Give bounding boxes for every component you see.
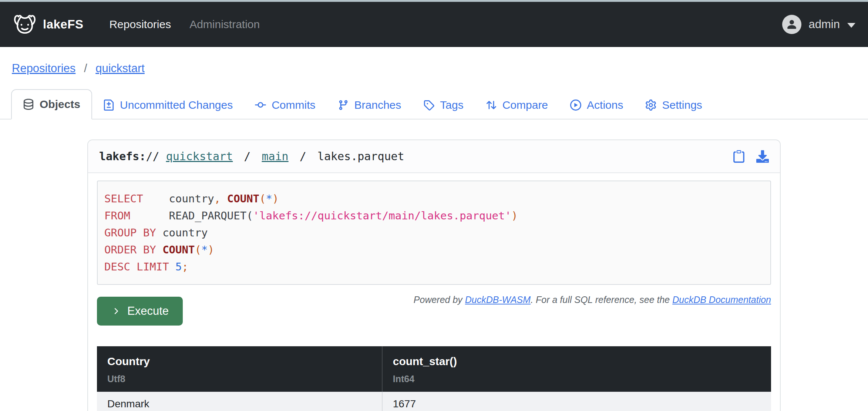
tab-label: Actions <box>587 99 623 111</box>
sql-token <box>130 209 169 222</box>
tab-label: Objects <box>40 98 80 111</box>
sql-token: GROUP BY <box>104 226 156 239</box>
breadcrumb-repositories[interactable]: Repositories <box>12 62 75 75</box>
tab-commits[interactable]: Commits <box>244 91 326 119</box>
execute-button[interactable]: Execute <box>97 297 183 326</box>
sql-token: ) <box>208 243 214 256</box>
column-name: Country <box>107 355 371 368</box>
column-name: count_star() <box>393 355 761 368</box>
user-menu[interactable]: admin <box>782 15 855 34</box>
duckdb-wasm-link[interactable]: DuckDB-WASM <box>465 294 531 305</box>
sql-token: ORDER BY <box>104 243 156 256</box>
table-cell: Denmark <box>97 392 382 411</box>
execute-row: Execute Powered by DuckDB-WASM. For a fu… <box>97 291 771 326</box>
tab-compare[interactable]: Compare <box>475 91 559 119</box>
tab-objects[interactable]: Objects <box>11 89 92 119</box>
sql-token <box>156 226 162 239</box>
git-commit-icon <box>255 100 266 111</box>
tab-label: Branches <box>354 99 401 111</box>
results-body: Denmark1677 <box>97 392 771 411</box>
sql-line: FROM READ_PARQUET('lakefs://quickstart/m… <box>104 207 764 224</box>
navbar-link-administration[interactable]: Administration <box>189 18 260 31</box>
tag-icon <box>423 100 434 111</box>
sql-token: COUNT <box>162 243 195 256</box>
query-results-table: CountryUtf8count_star()Int64 Denmark1677 <box>97 346 771 411</box>
sql-token <box>143 192 169 205</box>
object-path: lakefs:// quickstart / main / lakes.parq… <box>99 150 404 163</box>
copy-path-button[interactable] <box>733 150 745 163</box>
object-path-header: lakefs:// quickstart / main / lakes.parq… <box>88 140 780 173</box>
sql-token: SELECT <box>104 192 143 205</box>
tab-label: Compare <box>502 99 548 111</box>
file-diff-icon <box>103 100 114 111</box>
sql-token: FROM <box>104 209 130 222</box>
path-filename: lakes.parquet <box>317 150 404 163</box>
duckdb-docs-link[interactable]: DuckDB Documentation <box>672 294 771 305</box>
sql-line: SELECT country, COUNT(*) <box>104 190 764 207</box>
tab-label: Tags <box>440 99 463 111</box>
sql-token: ( <box>195 243 201 256</box>
sql-token <box>221 192 227 205</box>
breadcrumb-separator: / <box>84 62 87 75</box>
path-repo-link[interactable]: quickstart <box>166 150 233 163</box>
tab-label: Settings <box>662 99 702 111</box>
chevron-down-icon <box>847 23 855 28</box>
tab-label: Uncommitted Changes <box>120 99 233 111</box>
powered-by-prefix: Powered by <box>414 294 465 305</box>
navbar-link-repositories[interactable]: Repositories <box>109 18 171 31</box>
powered-by-note: Powered by DuckDB-WASM. For a full SQL r… <box>414 291 771 305</box>
path-scheme: lakefs: <box>99 150 146 163</box>
column-header-count-star: count_star()Int64 <box>382 346 771 392</box>
sql-token: * <box>266 192 272 205</box>
results-header-row: CountryUtf8count_star()Int64 <box>97 346 771 392</box>
breadcrumb: Repositories / quickstart <box>0 47 868 75</box>
results-header: CountryUtf8count_star()Int64 <box>97 346 771 392</box>
powered-by-middle: . For a full SQL reference, see the <box>531 294 672 305</box>
tab-branches[interactable]: Branches <box>327 91 413 119</box>
sql-token: , <box>214 192 221 205</box>
path-separator: / <box>244 150 250 163</box>
sql-token: country <box>169 192 214 205</box>
download-button[interactable] <box>756 150 769 163</box>
object-viewer-card: lakefs:// quickstart / main / lakes.parq… <box>87 139 781 411</box>
table-row: Denmark1677 <box>97 392 771 411</box>
path-branch-link[interactable]: main <box>262 150 288 163</box>
lakefs-logo-icon <box>13 14 37 35</box>
path-separator: / <box>300 150 306 163</box>
breadcrumb-quickstart[interactable]: quickstart <box>95 62 145 75</box>
play-circle-icon <box>570 100 581 111</box>
tab-settings[interactable]: Settings <box>634 91 713 119</box>
compare-icon <box>486 100 497 111</box>
navbar-links: Repositories Administration <box>109 18 260 31</box>
sql-token: READ_PARQUET <box>169 209 247 222</box>
user-name: admin <box>809 18 840 31</box>
sql-token: ) <box>272 192 279 205</box>
path-scheme-slashes: // <box>146 150 159 163</box>
top-navbar: lakeFS Repositories Administration admin <box>0 2 868 47</box>
person-icon <box>786 18 798 30</box>
tab-tags[interactable]: Tags <box>412 91 474 119</box>
brand-title[interactable]: lakeFS <box>43 17 83 31</box>
tab-label: Commits <box>272 99 315 111</box>
sql-token <box>169 260 175 273</box>
tab-actions[interactable]: Actions <box>559 91 634 119</box>
chevron-right-icon <box>111 306 121 316</box>
sql-line: DESC LIMIT 5; <box>104 258 764 275</box>
table-cell: 1677 <box>382 392 771 411</box>
sql-token: 'lakefs://quickstart/main/lakes.parquet' <box>253 209 511 222</box>
execute-label: Execute <box>127 304 169 318</box>
gear-icon <box>645 100 656 111</box>
sql-token: ( <box>246 209 253 222</box>
sql-token: 5 <box>175 260 182 273</box>
copy-icon <box>733 150 745 163</box>
repo-tab-bar: ObjectsUncommitted ChangesCommitsBranche… <box>0 89 868 119</box>
database-icon <box>23 99 34 110</box>
object-viewer-body: SELECT country, COUNT(*)FROM READ_PARQUE… <box>88 173 780 411</box>
sql-token: ( <box>259 192 266 205</box>
tab-uncommitted-changes[interactable]: Uncommitted Changes <box>92 91 244 119</box>
avatar <box>782 15 801 34</box>
sql-token: DESC LIMIT <box>104 260 169 273</box>
sql-token <box>156 243 162 256</box>
sql-token: ; <box>182 260 188 273</box>
sql-editor[interactable]: SELECT country, COUNT(*)FROM READ_PARQUE… <box>97 181 771 285</box>
